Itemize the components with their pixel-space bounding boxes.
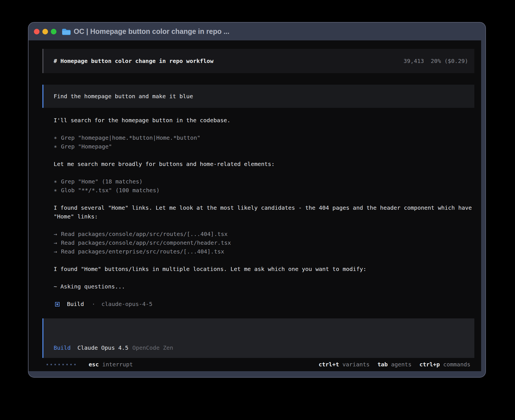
tool-call-group: ∗ Grep "homepage|home.*button|Home.*butt…	[54, 134, 474, 151]
esc-key-label: interrupt	[102, 360, 133, 369]
tool-call-text: Grep "Homepage"	[61, 142, 112, 151]
tool-call-group: ∗ Grep "Home" (18 matches) ∗ Glob "**/*.…	[54, 177, 474, 195]
shortcut-commands[interactable]: ctrl+p commands	[419, 360, 470, 369]
agent-info-line: Build · claude-opus-4-5	[55, 300, 474, 309]
window-titlebar[interactable]: OC | Homepage button color change in rep…	[29, 23, 485, 40]
tool-bullet-icon: ∗	[54, 134, 57, 142]
mode-indicator[interactable]: Build	[54, 344, 71, 352]
status-bar: esc interrupt ctrl+t variants tab agents…	[47, 360, 470, 369]
assistant-text: I found "Home" buttons/links in multiple…	[54, 265, 474, 274]
tool-call-text: Read packages/console/app/src/routes/[..…	[61, 230, 228, 239]
spinner-dots-icon	[47, 364, 78, 365]
tool-bullet-icon: ∗	[54, 177, 57, 186]
assistant-text: I'll search for the homepage button in t…	[54, 116, 474, 125]
tool-call-grep: ∗ Grep "homepage|home.*button|Home.*butt…	[54, 134, 474, 142]
agent-build-icon	[55, 302, 60, 307]
tool-call-text: Read packages/console/app/src/component/…	[61, 239, 231, 247]
tool-bullet-icon: ∗	[54, 186, 57, 195]
input-footer: Build Claude Opus 4.5 OpenCode Zen	[54, 344, 464, 352]
desktop: { "window": { "title": "OC | Homepage bu…	[0, 0, 515, 420]
tool-call-glob: ∗ Glob "**/*.tsx" (100 matches)	[54, 186, 474, 195]
user-message: Find the homepage button and make it blu…	[42, 85, 474, 108]
tool-call-group: → Read packages/console/app/src/routes/[…	[54, 230, 474, 256]
provider-indicator: OpenCode Zen	[132, 344, 173, 352]
tool-call-read: → Read packages/console/app/src/routes/[…	[54, 230, 474, 239]
prompt-input[interactable]: Build Claude Opus 4.5 OpenCode Zen	[42, 318, 474, 358]
agent-name: Build	[67, 300, 84, 309]
shortcut-agents[interactable]: tab agents	[377, 360, 411, 369]
session-header: # Homepage button color change in repo w…	[42, 49, 474, 73]
session-stats: 39,413 20% ($0.29)	[403, 57, 468, 65]
status-bar-shortcuts: ctrl+t variants tab agents ctrl+p comman…	[311, 360, 470, 369]
status-bar-left: esc interrupt	[47, 360, 133, 369]
chat-transcript: I'll search for the homepage button in t…	[54, 116, 474, 309]
shortcut-variants[interactable]: ctrl+t variants	[318, 360, 370, 369]
dot-separator: ·	[92, 300, 95, 309]
close-button-icon[interactable]	[34, 29, 40, 34]
context-cost: 20% ($0.29)	[431, 57, 468, 65]
esc-key-hint[interactable]: esc	[89, 360, 99, 369]
tool-call-grep: ∗ Grep "Homepage"	[54, 142, 474, 151]
terminal-window: OC | Homepage button color change in rep…	[28, 22, 486, 378]
folder-icon	[62, 28, 71, 35]
working-status: ~ Asking questions...	[54, 282, 474, 291]
arrow-icon: →	[54, 239, 57, 247]
tool-call-read: → Read packages/console/app/src/componen…	[54, 239, 474, 247]
maximize-button-icon[interactable]	[51, 29, 56, 34]
tool-call-grep: ∗ Grep "Home" (18 matches)	[54, 177, 474, 186]
model-indicator[interactable]: Claude Opus 4.5	[77, 344, 128, 352]
assistant-text: Let me search more broadly for buttons a…	[54, 160, 474, 169]
window-title: OC | Homepage button color change in rep…	[74, 27, 229, 36]
user-message-text: Find the homepage button and make it blu…	[54, 92, 193, 101]
minimize-button-icon[interactable]	[42, 29, 48, 34]
tool-call-text: Read packages/enterprise/src/routes/[...…	[61, 247, 224, 256]
tool-call-text: Grep "Home" (18 matches)	[61, 177, 143, 186]
assistant-text: I found several "Home" links. Let me loo…	[54, 204, 474, 221]
agent-model: claude-opus-4-5	[101, 300, 152, 309]
terminal-content: # Homepage button color change in repo w…	[29, 40, 481, 371]
tool-call-read: → Read packages/enterprise/src/routes/[.…	[54, 247, 474, 256]
token-count: 39,413	[403, 57, 424, 65]
arrow-icon: →	[54, 247, 57, 256]
tool-bullet-icon: ∗	[54, 142, 57, 151]
arrow-icon: →	[54, 230, 57, 239]
session-title: # Homepage button color change in repo w…	[54, 57, 213, 65]
tool-call-text: Grep "homepage|home.*button|Home.*button…	[61, 134, 200, 142]
tool-call-text: Glob "**/*.tsx" (100 matches)	[61, 186, 160, 195]
